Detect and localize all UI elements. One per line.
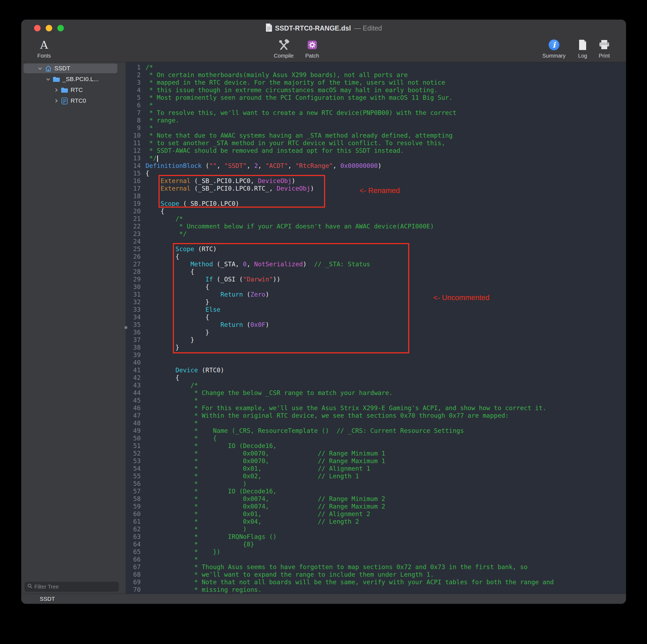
code-line[interactable]: 61 * 0x04, // Length 2 xyxy=(126,518,626,525)
code-line[interactable]: 22 * Uncomment below if your ACPI doesn'… xyxy=(126,223,626,230)
code-line[interactable]: 16 External (_SB_.PCI0.LPC0, DeviceObj) xyxy=(126,177,626,185)
code-line[interactable]: 34 { xyxy=(126,313,626,321)
sidebar-item-rtc0[interactable]: RTC0 xyxy=(21,95,126,106)
code-text: Return (Zero) xyxy=(146,291,269,298)
code-line[interactable]: 23 */ xyxy=(126,230,626,238)
code-line[interactable]: 4 * this issue though in extreme circums… xyxy=(126,86,626,94)
code-line[interactable]: 40 xyxy=(126,359,626,366)
code-line[interactable]: 51 * IO (Decode16, xyxy=(126,442,626,450)
code-line[interactable]: 67 * Though Asus seems to have forgotten… xyxy=(126,563,626,571)
code-line[interactable]: 50 * { xyxy=(126,434,626,442)
code-editor[interactable]: 1/*2 * On certain motherboards(mainly As… xyxy=(126,62,626,594)
code-line[interactable]: 25 Scope (RTC) xyxy=(126,245,626,253)
compile-button[interactable]: Compile xyxy=(274,38,293,59)
filter-tree-input[interactable] xyxy=(34,584,116,590)
line-number: 48 xyxy=(126,419,146,427)
summary-button[interactable]: i Summary xyxy=(542,38,566,59)
code-line[interactable]: 62 * ) xyxy=(126,525,626,533)
line-number: 1 xyxy=(126,64,146,71)
code-line[interactable]: 26 { xyxy=(126,253,626,260)
code-line[interactable]: 65 * }) xyxy=(126,548,626,556)
code-line[interactable]: 5 * Most prominently seen around the PCI… xyxy=(126,94,626,101)
code-line[interactable]: 24 xyxy=(126,238,626,245)
code-line[interactable]: 35 Return (0x0F) xyxy=(126,321,626,328)
code-line[interactable]: 20 { xyxy=(126,208,626,215)
print-button[interactable]: Print xyxy=(598,38,610,59)
line-number: 15 xyxy=(126,169,146,177)
fonts-button[interactable]: A Fonts xyxy=(37,38,51,59)
code-line[interactable]: 27 Method (_STA, 0, NotSerialized) // _S… xyxy=(126,260,626,268)
sidebar-item-sbpci0l[interactable]: _SB.PCI0.L... xyxy=(21,74,126,85)
chevron-right-icon[interactable] xyxy=(53,97,60,104)
code-line[interactable]: 49 * Name (_CRS, ResourceTemplate () // … xyxy=(126,427,626,434)
code-line[interactable]: 32 } xyxy=(126,298,626,306)
line-number: 11 xyxy=(126,139,146,147)
code-line[interactable]: 3 * mapped in the RTC device. For the ma… xyxy=(126,79,626,86)
code-line[interactable]: 68 * we'll want to expand the range to i… xyxy=(126,571,626,578)
code-line[interactable]: 14DefinitionBlock ("", "SSDT", 2, "ACDT"… xyxy=(126,162,626,169)
code-line[interactable]: 29 If (_OSI ("Darwin")) xyxy=(126,275,626,283)
code-line[interactable]: 28 { xyxy=(126,268,626,275)
code-line[interactable]: 56 * ) xyxy=(126,480,626,487)
code-line[interactable]: 53 * 0x0070, // Range Maximum 1 xyxy=(126,457,626,465)
code-line[interactable]: 64 * {8} xyxy=(126,541,626,548)
chevron-right-icon[interactable] xyxy=(53,86,60,93)
chevron-down-icon[interactable] xyxy=(45,76,52,83)
code-line[interactable]: 47 * Within the original RTC device, we … xyxy=(126,412,626,419)
line-number: 5 xyxy=(126,94,146,101)
code-line[interactable]: 41 Device (RTC0) xyxy=(126,366,626,374)
code-line[interactable]: 54 * 0x01, // Alignment 1 xyxy=(126,465,626,472)
code-line[interactable]: 69 * Note that not all boards will be th… xyxy=(126,578,626,586)
code-line[interactable]: 46 * For this example, we'll use the Asu… xyxy=(126,404,626,412)
code-line[interactable]: 37 } xyxy=(126,336,626,344)
code-line[interactable]: 48 * xyxy=(126,419,626,427)
code-line[interactable]: 63 * IRQNoFlags () xyxy=(126,533,626,541)
code-line[interactable]: 1/* xyxy=(126,64,626,71)
line-number: 52 xyxy=(126,450,146,457)
log-button[interactable]: Log xyxy=(578,38,587,59)
code-line[interactable]: 30 { xyxy=(126,283,626,291)
code-line[interactable]: 70 * missing regions. xyxy=(126,586,626,593)
line-number: 45 xyxy=(126,397,146,404)
code-line[interactable]: 57 * IO (Decode16, xyxy=(126,487,626,495)
code-line[interactable]: 42 { xyxy=(126,374,626,382)
code-line[interactable]: 9 * xyxy=(126,124,626,132)
code-line[interactable]: 12 * SSDT-AWAC should be removed and ins… xyxy=(126,147,626,154)
filter-tree-box[interactable] xyxy=(25,582,119,591)
code-line[interactable]: 11 * to set another _STA method in your … xyxy=(126,139,626,147)
code-line[interactable]: 59 * 0x0074, // Range Maximum 2 xyxy=(126,503,626,510)
code-text: * }) xyxy=(146,548,220,556)
code-line[interactable]: 38 } xyxy=(126,344,626,351)
sidebar-item-rtc[interactable]: RTC xyxy=(21,85,126,95)
code-line[interactable]: 7 * To resolve this, we'll want to creat… xyxy=(126,109,626,116)
log-label: Log xyxy=(578,53,587,59)
line-number: 66 xyxy=(126,556,146,563)
code-line[interactable]: 60 * 0x01, // Alignment 2 xyxy=(126,510,626,518)
patch-button[interactable]: Patch xyxy=(305,38,319,59)
code-line[interactable]: 66 * xyxy=(126,556,626,563)
code-line[interactable]: 10 * Note that due to AWAC systems havin… xyxy=(126,132,626,139)
code-line[interactable]: 44 * Change the below _CSR range to matc… xyxy=(126,389,626,397)
sidebar-item-ssdt[interactable]: SSDT xyxy=(21,63,126,74)
code-line[interactable]: 15{ xyxy=(126,169,626,177)
code-line[interactable]: 19 Scope (_SB.PCI0.LPC0) xyxy=(126,200,626,208)
code-line[interactable]: 45 * xyxy=(126,397,626,404)
code-line[interactable]: 6 * xyxy=(126,101,626,109)
code-line[interactable]: 8 * range. xyxy=(126,116,626,124)
code-line[interactable]: 58 * 0x0074, // Range Minimum 2 xyxy=(126,495,626,503)
minimize-button[interactable] xyxy=(46,25,52,31)
code-line[interactable]: 39 xyxy=(126,351,626,359)
code-line[interactable]: 2 * On certain motherboards(mainly Asus … xyxy=(126,71,626,79)
code-line[interactable]: 43 /* xyxy=(126,382,626,389)
code-line[interactable]: 36 } xyxy=(126,328,626,336)
zoom-button[interactable] xyxy=(57,25,64,31)
splitter-handle[interactable] xyxy=(125,326,127,329)
code-line[interactable]: 21 /* xyxy=(126,215,626,223)
code-line[interactable]: 52 * 0x0070, // Range Minimum 1 xyxy=(126,450,626,457)
close-button[interactable] xyxy=(34,25,41,31)
chevron-down-icon[interactable] xyxy=(37,65,44,72)
code-line[interactable]: 13 */ xyxy=(126,154,626,162)
code-line[interactable]: 33 Else xyxy=(126,306,626,313)
code-line[interactable]: 31 Return (Zero) xyxy=(126,291,626,298)
code-line[interactable]: 55 * 0x02, // Length 1 xyxy=(126,472,626,480)
